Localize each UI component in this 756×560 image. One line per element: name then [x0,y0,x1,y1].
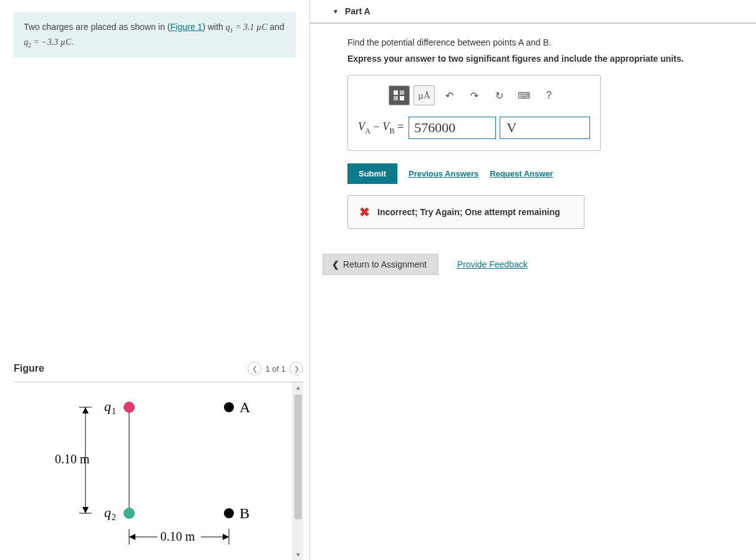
answer-unit-input[interactable] [500,117,590,139]
figure-header: Figure ❮ 1 of 1 ❯ [14,358,303,382]
units-button[interactable]: µÅ [414,85,435,105]
q1-expression: q1 = 3.1 µC [226,22,268,32]
return-button[interactable]: ❮ Return to Assignment [322,254,439,275]
request-answer-link[interactable]: Request Answer [490,169,553,178]
redo-button[interactable]: ↷ [463,85,485,105]
caret-down-icon: ▼ [332,8,339,15]
incorrect-icon: ✖ [359,205,370,220]
action-row: Submit Previous Answers Request Answer [347,163,731,184]
q2-expression: q2 = −3.3 µC [24,37,71,47]
svg-text:0.10 m: 0.10 m [55,452,90,466]
figure-heading: Figure [14,363,44,374]
problem-text-suffix: . [71,37,74,47]
svg-rect-26 [394,96,398,100]
svg-text:A: A [240,399,251,415]
svg-text:q: q [104,504,111,520]
part-title: Part A [345,6,371,16]
template-icon [393,90,405,101]
scroll-up-icon[interactable]: ▲ [293,382,303,393]
undo-button[interactable]: ↶ [439,85,460,105]
answer-value-input[interactable] [409,117,496,139]
svg-marker-21 [223,534,229,540]
submit-button[interactable]: Submit [347,163,397,184]
svg-text:q: q [104,398,111,414]
svg-marker-4 [82,407,89,413]
previous-answers-link[interactable]: Previous Answers [409,169,478,178]
template-button[interactable] [389,85,410,105]
figure-body: 0.10 m q 1 q 2 A B [14,382,303,560]
undo-icon: ↶ [445,90,453,102]
reset-button[interactable]: ↻ [488,85,510,105]
answer-lhs: VA − VB = [358,120,409,136]
figure-nav: ❮ 1 of 1 ❯ [248,362,303,375]
figure-svg: 0.10 m q 1 q 2 A B [14,382,293,560]
figure-nav-label: 1 of 1 [265,364,286,374]
return-label: Return to Assignment [343,259,427,269]
answer-box: µÅ ↶ ↷ ↻ ⌨ ? VA − VB = [347,75,601,151]
chevron-left-icon: ❮ [332,259,339,269]
problem-text-prefix: Two charges are placed as shown in ( [24,22,170,32]
svg-marker-2 [82,507,89,513]
keyboard-icon: ⌨ [518,90,530,100]
problem-statement: Two charges are placed as shown in (Figu… [14,12,296,58]
help-icon: ? [546,90,552,101]
right-panel: ▼ Part A Find the potential difference b… [310,0,756,560]
answer-toolbar: µÅ ↶ ↷ ↻ ⌨ ? [358,84,590,107]
instruction-bold: Express your answer to two significant f… [347,54,731,64]
svg-marker-20 [129,534,135,540]
svg-text:B: B [240,505,250,521]
instruction-text: Find the potential difference between po… [347,37,731,47]
units-label: µÅ [418,90,430,101]
reset-icon: ↻ [495,90,503,102]
svg-rect-25 [400,90,404,95]
figure-scrollbar[interactable]: ▲ ▼ [293,382,303,560]
problem-text-and: and [268,22,284,32]
part-body: Find the potential difference between po… [310,24,756,287]
svg-point-13 [224,402,234,412]
left-panel: Two charges are placed as shown in (Figu… [0,0,310,560]
figure-section: Figure ❮ 1 of 1 ❯ 0.10 m [14,358,303,560]
svg-point-10 [124,508,135,519]
part-a-header[interactable]: ▼ Part A [310,0,756,24]
help-button[interactable]: ? [538,85,560,105]
svg-point-7 [124,402,135,413]
scroll-down-icon[interactable]: ▼ [293,549,303,560]
keyboard-button[interactable]: ⌨ [513,85,535,105]
svg-rect-24 [394,90,398,95]
redo-icon: ↷ [470,90,478,102]
figure-next-button[interactable]: ❯ [289,362,303,375]
svg-text:2: 2 [112,513,116,522]
svg-text:1: 1 [112,407,116,416]
footer-row: ❮ Return to Assignment Provide Feedback [322,254,731,275]
svg-rect-27 [400,96,404,100]
problem-text-middle: ) with [202,22,225,32]
svg-text:0.10 m: 0.10 m [160,529,195,543]
feedback-text: Incorrect; Try Again; One attempt remain… [377,207,560,217]
figure-prev-button[interactable]: ❮ [248,362,261,375]
scroll-thumb[interactable] [294,395,302,519]
feedback-box: ✖ Incorrect; Try Again; One attempt rema… [347,195,584,229]
provide-feedback-link[interactable]: Provide Feedback [457,259,528,269]
figure-link[interactable]: Figure 1 [170,22,202,32]
answer-row: VA − VB = [358,117,590,139]
svg-point-15 [224,508,234,518]
